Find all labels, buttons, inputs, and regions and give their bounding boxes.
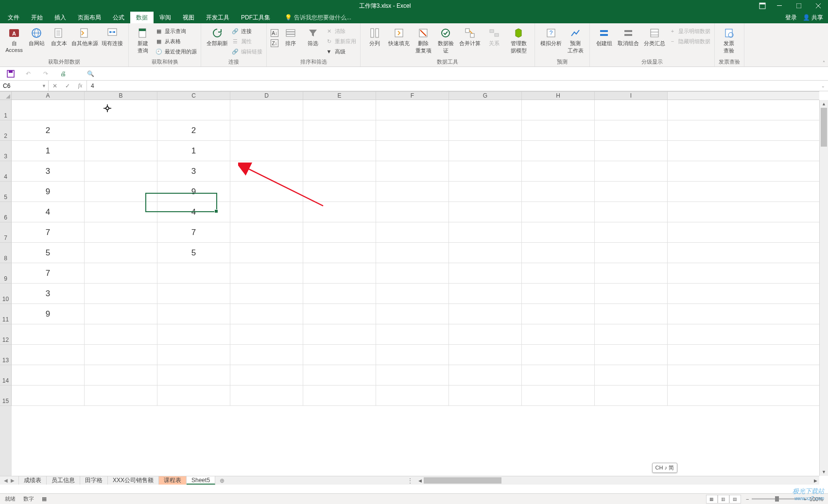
cell-C13[interactable] — [157, 345, 230, 365]
normal-view-button[interactable]: ▦ — [706, 495, 718, 504]
cell-I14[interactable] — [595, 365, 668, 386]
cell-C15[interactable] — [157, 386, 230, 406]
tab-file[interactable]: 文件 — [2, 12, 25, 23]
cell-E4[interactable] — [303, 161, 376, 182]
cell-B1[interactable] — [85, 100, 157, 120]
zoom-in-button[interactable]: + — [803, 496, 806, 502]
cell-E11[interactable] — [303, 304, 376, 324]
row-header-2[interactable]: 2 — [0, 120, 12, 141]
cell-A4[interactable]: 3 — [12, 161, 85, 182]
subtotal-button[interactable]: 分类汇总 — [642, 25, 667, 47]
cell-E7[interactable] — [303, 222, 376, 243]
sort-ascending-button[interactable]: A↓ — [271, 28, 278, 38]
cell-H6[interactable] — [522, 202, 595, 222]
sheet-nav-prev-icon[interactable]: ◀ — [4, 478, 8, 483]
scroll-down-icon[interactable]: ▼ — [820, 468, 828, 476]
show-query-button[interactable]: ▦显示查询 — [155, 26, 197, 36]
cell-D4[interactable] — [230, 161, 303, 182]
cell-H13[interactable] — [522, 345, 595, 365]
from-access-button[interactable]: A自 Access — [4, 25, 24, 53]
add-sheet-button[interactable]: ⊕ — [215, 476, 229, 485]
filter-button[interactable]: 筛选 — [303, 25, 323, 47]
row-header-1[interactable]: 1 — [0, 100, 12, 120]
forecast-sheet-button[interactable]: 预测 工作表 — [565, 25, 586, 54]
cell-A11[interactable]: 9 — [12, 304, 85, 324]
cell-H5[interactable] — [522, 182, 595, 202]
manage-data-model-button[interactable]: 管理数 据模型 — [506, 25, 531, 54]
ungroup-button[interactable]: 取消组合 — [616, 25, 640, 47]
cell-B13[interactable] — [85, 345, 157, 365]
cell-B9[interactable] — [85, 263, 157, 284]
cell-E2[interactable] — [303, 120, 376, 141]
cell-B10[interactable] — [85, 284, 157, 304]
sheet-tab-Sheet5[interactable]: Sheet5 — [187, 476, 215, 485]
row-header-4[interactable]: 4 — [0, 161, 12, 182]
cell-D6[interactable] — [230, 202, 303, 222]
cell-I13[interactable] — [595, 345, 668, 365]
remove-duplicates-button[interactable]: 删除 重复项 — [413, 25, 433, 54]
cell-I9[interactable] — [595, 263, 668, 284]
cell-F10[interactable] — [376, 284, 449, 304]
cell-A9[interactable]: 7 — [12, 263, 85, 284]
cell-D1[interactable] — [230, 100, 303, 120]
cell-F1[interactable] — [376, 100, 449, 120]
cell-C5[interactable]: 9 — [157, 182, 230, 202]
cell-D12[interactable] — [230, 324, 303, 345]
sheet-tab-成绩表[interactable]: 成绩表 — [19, 476, 47, 485]
cell-D15[interactable] — [230, 386, 303, 406]
tab-view[interactable]: 视图 — [177, 12, 200, 23]
column-header-A[interactable]: A — [12, 92, 85, 100]
new-query-button[interactable]: 新建 查询 — [133, 25, 153, 54]
cell-G6[interactable] — [449, 202, 522, 222]
cell-H12[interactable] — [522, 324, 595, 345]
cell-H2[interactable] — [522, 120, 595, 141]
row-header-10[interactable]: 10 — [0, 284, 12, 304]
cell-I8[interactable] — [595, 243, 668, 263]
cell-D14[interactable] — [230, 365, 303, 386]
cell-C4[interactable]: 3 — [157, 161, 230, 182]
cell-G8[interactable] — [449, 243, 522, 263]
invoice-check-button[interactable]: 发票 查验 — [719, 25, 739, 54]
from-web-button[interactable]: 自网站 — [26, 25, 47, 47]
cell-F5[interactable] — [376, 182, 449, 202]
tab-review[interactable]: 审阅 — [154, 12, 177, 23]
cell-F13[interactable] — [376, 345, 449, 365]
existing-connections-button[interactable]: 现有连接 — [100, 25, 124, 47]
cell-H9[interactable] — [522, 263, 595, 284]
cell-E3[interactable] — [303, 141, 376, 161]
cell-F7[interactable] — [376, 222, 449, 243]
cell-H3[interactable] — [522, 141, 595, 161]
cell-G14[interactable] — [449, 365, 522, 386]
vscroll-thumb[interactable] — [821, 108, 827, 147]
cell-C14[interactable] — [157, 365, 230, 386]
cell-I1[interactable] — [595, 100, 668, 120]
save-icon[interactable] — [7, 70, 15, 78]
cell-B6[interactable] — [85, 202, 157, 222]
flash-fill-button[interactable]: 快速填充 — [387, 25, 411, 47]
from-table-button[interactable]: ▦从表格 — [155, 36, 197, 46]
accept-formula-button[interactable]: ✓ — [61, 81, 74, 91]
cell-C3[interactable]: 1 — [157, 141, 230, 161]
cell-E13[interactable] — [303, 345, 376, 365]
column-header-G[interactable]: G — [449, 92, 522, 100]
cell-C8[interactable]: 5 — [157, 243, 230, 263]
cell-I12[interactable] — [595, 324, 668, 345]
cell-D3[interactable] — [230, 141, 303, 161]
maximize-button[interactable] — [789, 0, 809, 12]
formula-input[interactable]: 4 ⌄ — [87, 81, 828, 91]
cell-A7[interactable]: 7 — [12, 222, 85, 243]
cell-I2[interactable] — [595, 120, 668, 141]
row-header-6[interactable]: 6 — [0, 202, 12, 222]
macro-record-icon[interactable]: ▦ — [42, 496, 47, 502]
cancel-formula-button[interactable]: ✕ — [49, 81, 61, 91]
column-header-B[interactable]: B — [85, 92, 157, 100]
cell-D8[interactable] — [230, 243, 303, 263]
column-header-E[interactable]: E — [303, 92, 376, 100]
sheet-tab-田字格[interactable]: 田字格 — [80, 476, 108, 485]
sort-button[interactable]: 排序 — [280, 25, 301, 47]
cell-B7[interactable] — [85, 222, 157, 243]
cell-G9[interactable] — [449, 263, 522, 284]
column-header-C[interactable]: C — [157, 92, 230, 100]
sort-descending-button[interactable]: Z↓ — [271, 38, 278, 48]
cell-C9[interactable] — [157, 263, 230, 284]
